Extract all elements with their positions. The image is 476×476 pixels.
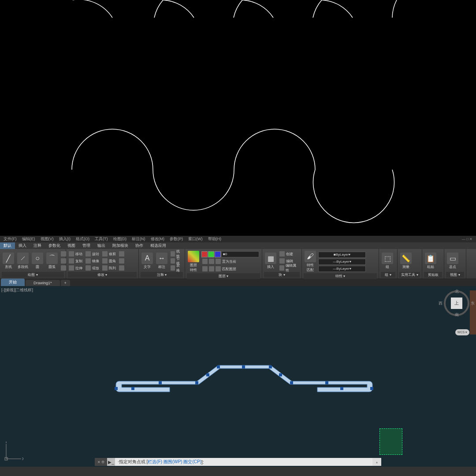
svg-rect-6	[242, 365, 245, 368]
panel-view-title[interactable]: 视图 ▾	[446, 272, 464, 278]
tab-addins[interactable]: 附加模块	[109, 242, 132, 249]
panel-modify-title[interactable]: 修改 ▾	[68, 272, 137, 278]
panel-draw-title[interactable]: 绘图 ▾	[2, 272, 64, 278]
ribbon: ╱直线 ⟋多段线 ○圆 ⌒圆弧 绘图 ▾ 移动 复制 拉伸	[0, 249, 476, 279]
tab-start[interactable]: 开始	[1, 279, 25, 286]
panel-draw: ╱直线 ⟋多段线 ○圆 ⌒圆弧 绘图 ▾	[0, 249, 66, 279]
panel-block-title[interactable]: 块 ▾	[264, 272, 300, 278]
svg-rect-8	[279, 373, 282, 376]
ucs-icon[interactable]: X Y	[4, 442, 23, 461]
menu-draw[interactable]: 绘图(D)	[113, 236, 127, 242]
tool-dim[interactable]: ↔标注	[155, 252, 168, 270]
tool-trim[interactable]: 修剪	[101, 251, 117, 257]
color-swatch-icon[interactable]	[201, 251, 208, 257]
panel-props-title[interactable]: 特性 ▾	[304, 273, 377, 279]
tool-scale[interactable]: 缩放	[85, 265, 100, 271]
menu-param[interactable]: 参数(P)	[170, 236, 183, 242]
tool-polyline[interactable]: ⟋多段线	[16, 252, 30, 270]
tab-view[interactable]: 视图	[64, 242, 79, 249]
panel-layer-title[interactable]: 图层 ▾	[187, 273, 260, 279]
tab-annotate[interactable]: 注释	[30, 242, 45, 249]
prop-color[interactable]: ■ ByLayer ▾	[318, 252, 366, 258]
tool-misc3-icon[interactable]	[118, 265, 125, 271]
tool-match-props[interactable]: 🖌特性 匹配	[304, 250, 317, 273]
svg-rect-3	[195, 381, 198, 384]
window-controls[interactable]: — □ ✕	[462, 237, 472, 241]
menu-help[interactable]: 帮助(H)	[208, 236, 222, 242]
panel-clip-title[interactable]: 剪贴板	[424, 272, 442, 278]
svg-rect-7	[269, 365, 272, 368]
tool-block-attr[interactable]: 编辑属性	[279, 265, 300, 271]
cmd-close-icon[interactable]: ✕ ⚙	[95, 458, 107, 466]
panel-group: ⬚组 组 ▾	[379, 249, 398, 279]
autocad-window: 文件(F) 编辑(E) 视图(V) 插入(I) 格式(O) 工具(T) 绘图(D…	[0, 236, 476, 476]
tool-insert-block[interactable]: ▦插入	[264, 252, 277, 270]
menu-edit[interactable]: 编辑(E)	[22, 236, 35, 242]
menu-dim[interactable]: 标注(N)	[132, 236, 145, 242]
tab-output[interactable]: 输出	[94, 242, 109, 249]
cmd-prompt-icon: ▶_	[107, 458, 115, 466]
tool-stretch[interactable]: 拉伸	[68, 265, 83, 271]
tool-circle[interactable]: ○圆	[31, 252, 44, 270]
cmd-expand-icon[interactable]: ▴	[372, 460, 381, 464]
upper-drawing-canvas	[0, 0, 476, 236]
menu-modify[interactable]: 修改(M)	[151, 236, 165, 242]
color-swatch-icon[interactable]	[215, 251, 221, 257]
tool-measure[interactable]: 📏测量	[399, 252, 413, 270]
menu-window[interactable]: 窗口(W)	[188, 236, 203, 242]
panel-group-title[interactable]: 组 ▾	[381, 272, 395, 278]
tool-layer-props[interactable]: 图层特性	[187, 250, 200, 273]
tool-rotate[interactable]: 旋转	[85, 251, 100, 257]
tool-table[interactable]: 表格	[170, 265, 183, 271]
svg-rect-0	[115, 387, 118, 390]
file-tabs: 开始 Drawing1* +	[0, 279, 476, 286]
tab-featured[interactable]: 精选应用	[147, 242, 170, 249]
menu-view[interactable]: 视图(V)	[41, 236, 54, 242]
panel-annot-title[interactable]: 注释 ▾	[141, 272, 183, 278]
tab-parametric[interactable]: 参数化	[45, 242, 64, 249]
tool-mirror[interactable]: 镜像	[85, 258, 100, 264]
selected-polyline[interactable]	[0, 286, 476, 467]
tab-collab[interactable]: 协作	[132, 242, 147, 249]
layer-selector[interactable]: ■ 0	[221, 251, 259, 257]
svg-rect-4	[206, 373, 209, 376]
tool-misc2-icon[interactable]	[118, 258, 125, 264]
prop-linetype[interactable]: — ByLayer ▾	[318, 266, 366, 272]
command-input[interactable]: ·指定对角点或 [ 栏选(F) 圈围(WP) 圈交(CP) ]:	[115, 458, 372, 466]
tool-block-create[interactable]: 创建	[279, 251, 300, 257]
drawing-viewport[interactable]: [-][俯视][二维线框] 上 北 南 东 西 WCS ▾	[0, 286, 476, 467]
tool-paste[interactable]: 📋粘贴	[424, 252, 437, 270]
menu-insert[interactable]: 插入(I)	[59, 236, 71, 242]
tool-fillet[interactable]: 圆角	[101, 258, 117, 264]
panel-annot: A文字 ↔标注 线性 引线 表格 注释 ▾	[139, 249, 185, 279]
tool-arc[interactable]: ⌒圆弧	[45, 252, 59, 270]
tool-group[interactable]: ⬚组	[381, 252, 394, 270]
tab-default[interactable]: 默认	[0, 242, 15, 249]
menu-tools[interactable]: 工具(T)	[95, 236, 108, 242]
svg-rect-1	[131, 387, 134, 390]
color-swatch-icon[interactable]	[208, 251, 214, 257]
panel-utils-title[interactable]: 实用工具 ▾	[399, 272, 420, 278]
tab-insert[interactable]: 插入	[15, 242, 30, 249]
tool-text[interactable]: A文字	[141, 252, 154, 270]
tool-match-layer[interactable]: 匹配图层	[201, 266, 259, 272]
tool-base[interactable]: ▭基点	[446, 252, 459, 270]
svg-rect-2	[159, 381, 162, 384]
panel-props: 🖌特性 匹配 ■ ByLayer ▾ — ByLayer ▾ — ByLayer…	[302, 249, 379, 279]
ribbon-tabs: 默认 插入 注释 参数化 视图 管理 输出 附加模块 协作 精选应用	[0, 242, 476, 249]
tab-drawing1[interactable]: Drawing1*	[26, 280, 60, 286]
tool-line[interactable]: ╱直线	[2, 252, 15, 270]
tab-manage[interactable]: 管理	[79, 242, 94, 249]
tab-new[interactable]: +	[61, 280, 70, 286]
menu-file[interactable]: 文件(F)	[4, 236, 17, 242]
tool-copy[interactable]: 复制	[68, 258, 83, 264]
prop-lineweight[interactable]: — ByLayer ▾	[318, 259, 366, 265]
tool-set-current[interactable]: 置为当前	[201, 258, 259, 265]
svg-rect-12	[370, 387, 373, 390]
tool-misc1-icon[interactable]	[118, 251, 125, 257]
menu-format[interactable]: 格式(O)	[76, 236, 89, 242]
tool-move[interactable]: 移动	[68, 251, 83, 257]
tool-array[interactable]: 阵列	[101, 265, 117, 271]
menu-bar: 文件(F) 编辑(E) 视图(V) 插入(I) 格式(O) 工具(T) 绘图(D…	[0, 236, 476, 242]
command-line[interactable]: ✕ ⚙ ▶_ ·指定对角点或 [ 栏选(F) 圈围(WP) 圈交(CP) ]: …	[95, 458, 381, 466]
